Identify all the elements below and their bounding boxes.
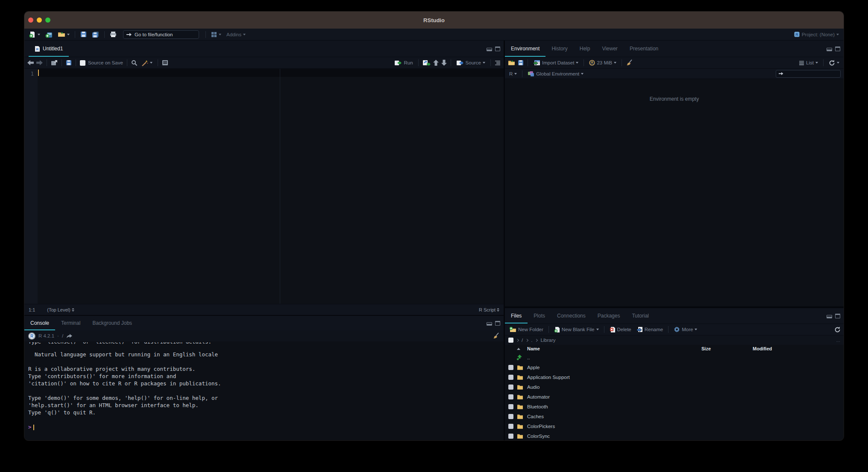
go-to-previous-icon[interactable] (433, 60, 439, 66)
column-name[interactable]: Name (527, 346, 701, 351)
console-output[interactable]: Type 'license()' or 'licence()' for dist… (24, 341, 504, 440)
save-icon[interactable] (66, 60, 72, 66)
parent-directory-row[interactable]: .. (505, 353, 844, 362)
save-button[interactable] (79, 30, 88, 38)
new-folder-button[interactable]: New Folder (508, 326, 545, 333)
breadcrumb-library[interactable]: Library (540, 338, 555, 343)
rename-file-button[interactable]: Rename (635, 326, 664, 333)
file-row[interactable]: ColorSync (505, 431, 844, 440)
maximize-pane-icon[interactable] (835, 314, 840, 318)
row-checkbox[interactable] (508, 394, 513, 399)
list-view-button[interactable]: List (798, 59, 819, 66)
file-row[interactable]: ColorPickers (505, 421, 844, 431)
tab-files[interactable]: Files (505, 308, 528, 323)
breadcrumb-ellipsis[interactable]: ... (836, 338, 840, 343)
refresh-files-icon[interactable] (834, 326, 841, 333)
tab-console[interactable]: Console (24, 316, 55, 330)
open-in-window-icon[interactable] (66, 333, 73, 338)
maximize-pane-icon[interactable] (495, 321, 500, 326)
tab-terminal[interactable]: Terminal (55, 316, 86, 330)
row-checkbox[interactable] (508, 414, 513, 419)
rerun-icon[interactable] (422, 60, 431, 66)
load-workspace-icon[interactable] (508, 60, 515, 66)
tab-untitled1[interactable]: R Untitled1 (29, 41, 69, 57)
document-outline-icon[interactable] (495, 60, 501, 65)
tab-tutorial[interactable]: Tutorial (626, 308, 655, 323)
row-checkbox[interactable] (508, 385, 513, 390)
column-size[interactable]: Size (701, 346, 753, 351)
run-button[interactable]: Run (393, 59, 414, 67)
maximize-pane-icon[interactable] (835, 47, 840, 51)
find-replace-icon[interactable] (131, 60, 138, 66)
minimize-button[interactable] (37, 17, 42, 23)
file-row[interactable]: Application Support (505, 372, 844, 382)
project-menu[interactable]: R Project: (None) (792, 30, 840, 38)
console-prompt-line[interactable]: > (28, 423, 504, 431)
clear-console-icon[interactable] (493, 332, 500, 339)
tab-environment[interactable]: Environment (505, 41, 545, 57)
tab-history[interactable]: History (545, 41, 573, 57)
source-on-save-checkbox[interactable] (80, 60, 85, 66)
environment-search-input[interactable] (776, 70, 841, 78)
minimize-pane-icon[interactable] (827, 48, 832, 51)
row-checkbox[interactable] (508, 375, 513, 380)
delete-file-button[interactable]: Delete (608, 326, 633, 334)
open-in-window-icon[interactable] (51, 60, 58, 66)
save-all-button[interactable] (91, 30, 100, 39)
back-icon[interactable] (27, 60, 34, 65)
row-checkbox[interactable] (508, 365, 513, 370)
compile-report-icon[interactable] (162, 60, 168, 66)
file-row[interactable]: Caches (505, 411, 844, 421)
minimize-pane-icon[interactable] (827, 315, 832, 318)
file-row[interactable]: Audio (505, 382, 844, 392)
row-checkbox[interactable] (508, 424, 513, 429)
environment-scope-selector[interactable]: Global Environment (526, 70, 585, 78)
breadcrumb-root[interactable]: / (522, 338, 523, 343)
language-selector[interactable]: R (508, 70, 518, 77)
print-margin-line (280, 69, 280, 304)
tab-viewer[interactable]: Viewer (596, 41, 623, 57)
close-button[interactable] (28, 17, 33, 23)
tab-connections[interactable]: Connections (551, 308, 592, 323)
go-to-next-icon[interactable] (441, 60, 447, 66)
code-tools-button[interactable] (140, 59, 154, 67)
file-row[interactable]: Apple (505, 362, 844, 372)
breadcrumb-home[interactable]: . (531, 338, 532, 343)
scope-selector[interactable]: (Top Level) (47, 307, 74, 312)
import-dataset-button[interactable]: Import Dataset (532, 59, 580, 67)
tab-background-jobs[interactable]: Background Jobs (86, 316, 138, 330)
select-all-checkbox[interactable] (508, 338, 513, 343)
more-file-commands-button[interactable]: More (672, 326, 698, 334)
doc-type-selector[interactable]: R Script (479, 307, 499, 312)
print-button[interactable] (108, 30, 118, 38)
zoom-button[interactable] (45, 17, 50, 23)
tab-packages[interactable]: Packages (592, 308, 626, 323)
memory-usage-button[interactable]: 23 MiB (588, 59, 618, 67)
clear-objects-icon[interactable] (626, 59, 633, 66)
sort-ascending-icon[interactable] (517, 348, 520, 350)
tab-presentation[interactable]: Presentation (624, 41, 664, 57)
source-button[interactable]: Source (455, 59, 487, 67)
tab-plots[interactable]: Plots (528, 308, 551, 323)
new-file-button[interactable] (28, 30, 41, 39)
save-workspace-icon[interactable] (518, 60, 524, 66)
file-row[interactable]: Automator (505, 392, 844, 402)
new-blank-file-button[interactable]: New Blank File (553, 326, 600, 334)
addins-menu[interactable]: Addins (225, 31, 247, 38)
row-checkbox[interactable] (508, 404, 513, 409)
editor-content[interactable]: 1 (24, 69, 504, 304)
open-file-button[interactable] (56, 30, 71, 38)
column-modified[interactable]: Modified (753, 346, 840, 351)
minimize-pane-icon[interactable] (487, 322, 492, 326)
tab-help[interactable]: Help (574, 41, 596, 57)
new-project-button[interactable] (44, 30, 54, 39)
minimize-pane-icon[interactable] (487, 48, 492, 51)
refresh-environment-button[interactable] (827, 59, 841, 67)
forward-icon[interactable] (36, 60, 43, 65)
row-checkbox[interactable] (508, 434, 513, 439)
panes-layout-button[interactable] (210, 31, 223, 38)
editor-text-area[interactable] (38, 69, 504, 304)
maximize-pane-icon[interactable] (495, 47, 500, 51)
file-row[interactable]: Bluetooth (505, 402, 844, 411)
goto-file-search[interactable]: Go to file/function (123, 30, 199, 39)
